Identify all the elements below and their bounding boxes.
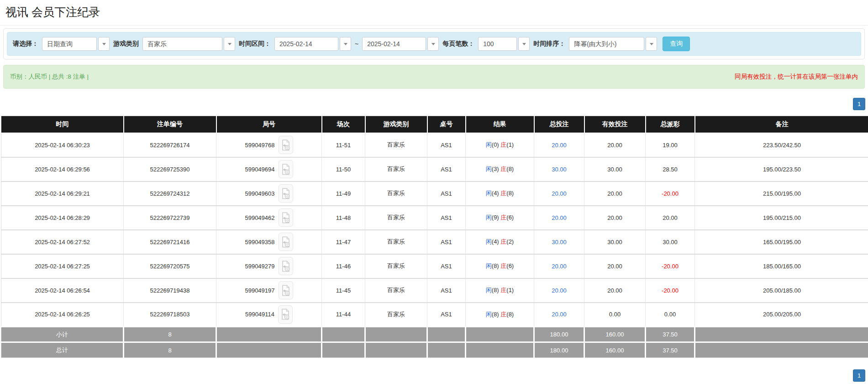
payout-value: 20.00: [663, 214, 678, 221]
page-1-button[interactable]: 1: [853, 98, 865, 110]
cell-bet-no: 522269721416: [124, 230, 216, 254]
cell-time: 2025-02-14 06:28:29: [1, 206, 124, 230]
col-header-table-no: 桌号: [427, 116, 466, 133]
game-type-dropdown-button[interactable]: [224, 37, 235, 51]
payout-value: 0.00: [664, 311, 676, 318]
total-bet-link[interactable]: 30.00: [552, 239, 567, 245]
table-row: 2025-02-14 06:26:25522269718503599049114…: [1, 303, 868, 327]
cell-time: 2025-02-14 06:27:25: [1, 254, 124, 278]
cell-bet-no: 522269725390: [124, 157, 216, 181]
cell-total-payout: -20.00: [646, 254, 695, 278]
video-record-button[interactable]: [278, 305, 293, 324]
video-record-button[interactable]: [279, 208, 293, 227]
cell-remark: 215.00/195.00: [695, 181, 868, 206]
date-from-select[interactable]: 2025-02-14: [274, 37, 351, 51]
chevron-down-icon: [522, 43, 526, 45]
time-sort-value[interactable]: 降幂(由大到小): [569, 37, 644, 51]
cell-session: 11-45: [322, 278, 365, 303]
round-no-text: 599049279: [245, 263, 274, 270]
result-banker-label: 庄: [500, 311, 506, 318]
video-record-button[interactable]: [279, 184, 293, 203]
query-type-select[interactable]: 日期查询: [42, 37, 110, 51]
total-bet-link[interactable]: 20.00: [552, 263, 567, 270]
total-bet-link[interactable]: 20.00: [552, 142, 567, 149]
video-record-button[interactable]: [279, 281, 293, 299]
page-size-select[interactable]: 100: [478, 37, 530, 51]
result-player-value: (4): [492, 190, 501, 197]
round-no-wrap: 599049462: [216, 208, 321, 227]
cell-round-no: 599049694: [216, 157, 322, 181]
cell-total-bet: 20.00: [534, 181, 584, 206]
game-type-select[interactable]: 百家乐: [142, 37, 235, 51]
time-sort-dropdown-button[interactable]: [646, 37, 657, 51]
chevron-down-icon: [228, 43, 231, 45]
date-range-separator: ~: [355, 40, 358, 48]
pagination-top: 1: [3, 98, 865, 110]
cell-valid-bet: 0.00: [584, 303, 646, 327]
total-bet-link[interactable]: 20.00: [552, 190, 567, 197]
date-to-value[interactable]: 2025-02-14: [362, 37, 426, 51]
cell-valid-bet: 20.00: [584, 181, 646, 206]
result-banker-label: 庄: [500, 287, 506, 293]
subtotal-total-payout: 37.50: [646, 327, 695, 342]
game-type-value[interactable]: 百家乐: [142, 37, 222, 51]
cell-valid-bet: 20.00: [584, 206, 646, 230]
query-type-value[interactable]: 日期查询: [42, 37, 97, 51]
cell-table-no: AS1: [427, 278, 466, 303]
total-bet-link[interactable]: 20.00: [552, 214, 567, 221]
result-player-value: (3): [492, 165, 501, 172]
page-size-value[interactable]: 100: [478, 37, 517, 51]
cell-result: 闲(4) 庄(2): [466, 230, 534, 254]
page-size-dropdown-button[interactable]: [518, 37, 530, 51]
time-sort-select[interactable]: 降幂(由大到小): [569, 37, 657, 51]
subtotal-total-bet: 180.00: [534, 327, 584, 342]
cell-game-type: 百家乐: [365, 133, 427, 157]
cell-result: 闲(9) 庄(6): [466, 206, 534, 230]
cell-remark: 195.00/215.00: [695, 206, 868, 230]
round-no-text: 599049358: [245, 239, 274, 245]
video-record-button[interactable]: [279, 257, 293, 275]
result-banker-value: (8): [506, 190, 514, 197]
video-record-button[interactable]: [279, 233, 293, 251]
cell-total-bet: 30.00: [534, 230, 584, 254]
table-header-row: 时间注单编号局号场次游戏类别桌号结果总投注有效投注总派彩备注: [1, 116, 868, 133]
subtotal-result: [466, 327, 534, 342]
date-from-dropdown-button[interactable]: [340, 37, 351, 51]
result-banker-label: 庄: [500, 141, 506, 148]
table-row: 2025-02-14 06:29:56522269725390599049694…: [1, 157, 868, 181]
total-bet-link[interactable]: 30.00: [552, 166, 567, 173]
video-record-button[interactable]: [279, 160, 293, 178]
cell-total-bet: 20.00: [534, 206, 584, 230]
subtotal-session: [322, 327, 365, 342]
cell-result: 闲(4) 庄(8): [466, 181, 534, 206]
page-1-button[interactable]: 1: [853, 369, 865, 382]
date-to-select[interactable]: 2025-02-14: [362, 37, 439, 51]
cell-total-bet: 20.00: [534, 254, 584, 278]
cell-total-bet: 20.00: [534, 303, 584, 327]
query-type-dropdown-button[interactable]: [98, 37, 110, 51]
cell-round-no: 599049603: [216, 181, 322, 206]
search-button[interactable]: 查询: [663, 37, 690, 51]
date-to-dropdown-button[interactable]: [427, 37, 439, 51]
cell-bet-no: 522269720575: [124, 254, 216, 278]
subtotal-time: 小计: [1, 327, 124, 342]
col-header-total-bet: 总投注: [534, 116, 584, 133]
payout-value: 30.00: [663, 239, 678, 245]
video-record-icon: [282, 139, 290, 151]
video-record-icon: [281, 309, 289, 320]
cell-round-no: 599049279: [216, 254, 322, 278]
total-valid-bet: 160.00: [584, 342, 646, 358]
result-player-label: 闲: [486, 141, 492, 148]
page-header: 视讯 会员下注纪录: [0, 0, 868, 26]
payout-value: -20.00: [662, 287, 679, 294]
cell-result: 闲(8) 庄(1): [466, 278, 534, 303]
payout-value: 28.50: [663, 166, 678, 173]
date-from-value[interactable]: 2025-02-14: [274, 37, 338, 51]
total-bet-link[interactable]: 20.00: [552, 287, 567, 294]
cell-valid-bet: 30.00: [584, 157, 646, 181]
cell-session: 11-51: [322, 133, 365, 157]
col-header-time: 时间: [1, 116, 124, 133]
video-record-button[interactable]: [279, 136, 293, 154]
summary-bar: 币别：人民币 | 总共 :8 注单 | 同局有效投注，统一计算在该局第一张注单内: [3, 65, 865, 89]
total-bet-link[interactable]: 20.00: [552, 311, 567, 318]
